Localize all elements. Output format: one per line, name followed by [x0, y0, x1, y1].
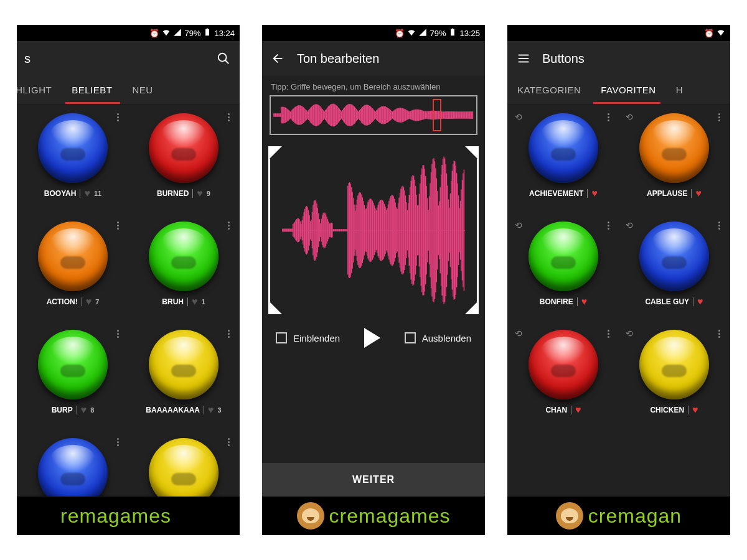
fade-out-label: Ausblenden [422, 333, 471, 343]
heart-icon[interactable]: ♥ [208, 404, 214, 416]
alarm-icon: ⏰ [395, 29, 405, 38]
heart-icon[interactable]: ♥ [697, 296, 703, 307]
heart-icon[interactable]: ♥ [581, 296, 588, 307]
replay-icon[interactable]: ⟲ [626, 112, 633, 122]
alarm-icon: ⏰ [149, 29, 159, 38]
tab-kategorien[interactable]: KATEGORIEN [507, 76, 591, 104]
button-label: BURP [52, 406, 73, 414]
replay-icon[interactable]: ⟲ [515, 220, 522, 230]
sound-button[interactable] [639, 113, 709, 183]
more-icon[interactable] [718, 113, 720, 121]
more-icon[interactable] [228, 222, 230, 230]
more-icon[interactable] [117, 330, 119, 338]
heart-icon[interactable]: ♥ [81, 404, 87, 416]
more-icon[interactable] [228, 438, 230, 446]
sound-button[interactable] [149, 222, 218, 291]
fade-in-label: Einblenden [293, 333, 340, 343]
separator [693, 297, 693, 306]
sound-button[interactable] [639, 330, 709, 399]
like-count: 3 [218, 406, 222, 414]
sound-button[interactable] [529, 222, 598, 291]
fade-out-checkbox[interactable]: Ausblenden [405, 332, 471, 343]
sound-button[interactable] [529, 330, 598, 399]
sound-button-cell: ⟲CHAN♥ [511, 326, 616, 431]
heart-icon[interactable]: ♥ [591, 188, 598, 199]
like-count: 9 [207, 190, 210, 197]
replay-icon[interactable]: ⟲ [626, 329, 633, 338]
tab-neu[interactable]: NEU [122, 76, 162, 104]
sound-button-cell: ⟲CABLE GUY♥ [622, 218, 726, 322]
tab-highlight[interactable]: GHLIGHT [17, 76, 62, 104]
svg-rect-5 [452, 28, 453, 29]
selection-indicator[interactable] [433, 99, 441, 131]
sound-button[interactable] [639, 222, 709, 291]
sound-button[interactable] [149, 330, 218, 399]
sound-button[interactable] [38, 113, 108, 183]
separator [577, 297, 578, 306]
status-bar: ⏰ 79% 13:25 [262, 25, 485, 41]
separator [688, 406, 688, 414]
heart-icon[interactable]: ♥ [695, 188, 702, 199]
separator [587, 189, 588, 198]
heart-icon[interactable]: ♥ [86, 296, 92, 307]
replay-icon[interactable]: ⟲ [626, 220, 633, 230]
brand-text: remagames [60, 505, 171, 528]
more-icon[interactable] [718, 222, 720, 230]
waveform-zoom[interactable] [270, 146, 477, 314]
more-icon[interactable] [228, 113, 230, 121]
back-icon[interactable] [270, 50, 287, 67]
button-label-row: ACTION!♥7 [47, 296, 100, 307]
trim-handle-left[interactable] [268, 146, 283, 314]
button-label-row: BONFIRE♥ [540, 296, 588, 307]
heart-icon[interactable]: ♥ [192, 296, 198, 307]
battery-icon [203, 28, 212, 39]
more-icon[interactable] [608, 113, 609, 121]
heart-icon[interactable]: ♥ [575, 404, 581, 416]
button-label-row: APPLAUSE♥ [647, 188, 702, 199]
sound-button[interactable] [38, 438, 108, 497]
brand-text: cremagan [588, 505, 682, 528]
replay-icon[interactable]: ⟲ [515, 329, 522, 338]
sound-button[interactable] [149, 438, 218, 497]
trim-handle-right[interactable] [464, 146, 479, 314]
heart-icon[interactable]: ♥ [197, 188, 203, 199]
tab-favoriten[interactable]: FAVORITEN [591, 76, 665, 104]
battery-icon [448, 28, 457, 39]
sound-button-cell: BRUH♥1 [131, 218, 236, 322]
tab-highlight[interactable]: H [666, 76, 693, 104]
more-icon[interactable] [718, 330, 720, 338]
brand-banner: cremagan [507, 497, 730, 535]
menu-icon[interactable] [515, 50, 532, 67]
button-label: ACTION! [47, 297, 78, 306]
next-button[interactable]: WEITER [262, 463, 485, 497]
sound-button[interactable] [38, 330, 108, 399]
button-label-row: ACHIEVEMENT♥ [529, 188, 598, 199]
sound-button-cell: ♥ [21, 434, 125, 497]
search-icon[interactable] [215, 50, 232, 67]
heart-icon[interactable]: ♥ [84, 188, 90, 199]
tab-beliebt[interactable]: BELIEBT [62, 76, 122, 104]
more-icon[interactable] [117, 438, 119, 446]
button-label: BURNED [157, 189, 189, 198]
replay-icon[interactable]: ⟲ [515, 112, 522, 122]
sound-button[interactable] [149, 113, 218, 183]
more-icon[interactable] [608, 222, 609, 230]
more-icon[interactable] [608, 330, 609, 338]
button-grid: ⟲ACHIEVEMENT♥⟲APPLAUSE♥⟲BONFIRE♥⟲CABLE G… [507, 105, 730, 497]
button-label-row: CABLE GUY♥ [645, 296, 703, 307]
sound-button[interactable] [529, 113, 598, 183]
sound-button-cell: ACTION!♥7 [21, 218, 125, 322]
sound-button-cell: ⟲BONFIRE♥ [511, 218, 616, 322]
heart-icon[interactable]: ♥ [692, 404, 698, 416]
more-icon[interactable] [117, 222, 119, 230]
waveform-overview[interactable] [270, 95, 477, 135]
sound-button[interactable] [38, 222, 108, 291]
sound-button-cell: ⟲CHICKEN♥ [622, 326, 726, 431]
button-label: BRUH [162, 297, 184, 306]
fade-in-checkbox[interactable]: Einblenden [276, 332, 340, 343]
more-icon[interactable] [117, 113, 119, 121]
play-button[interactable] [364, 328, 380, 348]
status-bar: ⏰ [507, 25, 730, 41]
more-icon[interactable] [228, 330, 230, 338]
like-count: 1 [202, 298, 205, 306]
